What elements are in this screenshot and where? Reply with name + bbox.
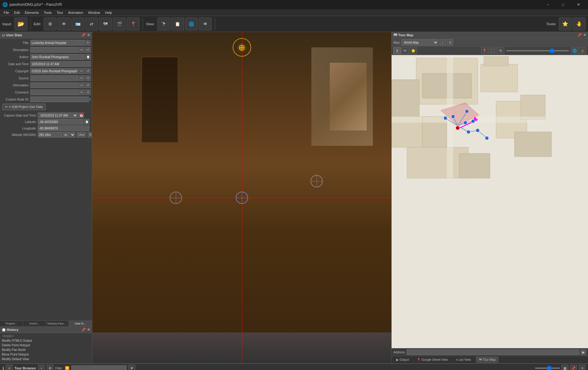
history-item-empty[interactable]: <empty> [1,334,91,338]
history-item-5[interactable]: Modify Default View [1,357,91,361]
edit-tool-4[interactable]: ⇄ [85,18,98,30]
author-copy-btn[interactable]: 📋 [85,54,91,60]
tab-output[interactable]: ▶ Output [393,357,412,363]
panel-pin-icon[interactable]: 📌 [81,33,86,37]
menu-elements[interactable]: Elements [22,10,41,15]
copyright-clear-btn[interactable]: ↺ [85,68,91,74]
map-icon-star[interactable]: ⭐ [409,47,417,54]
capture-calendar-btn[interactable]: 📅 [78,113,84,118]
map-icon-info[interactable]: ℹ [393,47,401,54]
altitude-unit-select[interactable]: m [63,132,75,137]
thumbnail-size-slider[interactable] [535,368,560,369]
tab-properties[interactable]: Propert... [0,321,23,326]
menu-help[interactable]: Help [103,10,115,15]
source-edit-btn[interactable]: ✏ [79,75,85,81]
altitude-input[interactable] [38,132,62,137]
edit-tool-5[interactable]: 🗺 [99,18,112,30]
copyright-edit-btn[interactable]: ✏ [79,68,85,74]
tour-browser-settings-btn[interactable]: ⚙ [47,365,53,370]
map-extra-btn[interactable]: ≡ [447,39,453,46]
edit-tool-7[interactable]: 📍 [127,18,140,30]
map-icon-globe[interactable]: 🌐 [571,47,578,54]
comment-clear-btn[interactable]: ↺ [85,90,91,95]
tab-overview[interactable]: Overvi... [23,321,46,326]
history-item-3[interactable]: Modify Pan North [1,348,91,352]
history-pin-icon[interactable]: 📌 [81,328,86,332]
tab-list-view[interactable]: ≡ List View [453,357,474,363]
menu-tools[interactable]: Tools [41,10,54,15]
map-icon-rotate[interactable]: ↻ [497,47,504,54]
close-button[interactable]: ✕ [571,0,586,9]
view-tool-4[interactable]: 👁 [199,18,212,30]
menu-file[interactable]: File [1,10,12,15]
edit-project-user-data-button[interactable]: ✏ ✏ Edit Project User Data [2,104,45,110]
tb-pin-btn[interactable]: 📌 [570,365,577,370]
information-clear-btn[interactable]: ↺ [85,82,91,88]
tour-browser-add-btn[interactable]: + [38,365,45,370]
edit-tool-6[interactable]: 🎬 [113,18,126,30]
author-input[interactable] [30,54,85,60]
menu-window[interactable]: Window [86,10,103,15]
map-icon-edit[interactable]: ✏ [401,47,409,54]
tb-close-btn[interactable]: ✕ [579,365,586,370]
edit-tool-2[interactable]: 👁 [57,18,70,30]
menu-tour[interactable]: Tour [54,10,65,15]
minimize-button[interactable]: − [541,0,555,9]
tools-btn-1[interactable]: ⭐ [559,18,572,30]
address-go-button[interactable]: ▶ [581,349,586,355]
history-close-icon[interactable]: ✕ [87,328,90,332]
map-select[interactable]: World Map Google Maps OpenStreetMap [401,39,438,46]
tools-btn-2[interactable]: 🤚 [573,18,586,30]
history-item-1[interactable]: Modify HTML5 Output [1,338,91,343]
altitude-clear-btn[interactable]: Clear [77,132,86,137]
tab-tour-map[interactable]: 🗺 Tour Map [476,357,499,363]
source-clear-btn[interactable]: ↺ [85,75,91,81]
copyright-input[interactable] [30,68,78,74]
description-clear-btn[interactable]: ↺ [85,47,91,53]
source-input[interactable] [30,75,78,81]
latitude-copy-btn[interactable]: 📋 [84,119,89,125]
information-edit-btn[interactable]: ✏ [79,82,85,88]
map-icon-warning[interactable]: ⚠ [579,47,586,54]
history-item-2[interactable]: Delete Point Hotspot [1,343,91,348]
input-folder-btn[interactable]: 📂 [14,18,27,30]
comment-input[interactable] [30,90,78,95]
center-viewer[interactable]: ⊕ [92,32,391,363]
edit-tool-3[interactable]: 🪪 [71,18,84,30]
maximize-button[interactable]: □ [556,0,570,9]
view-tool-1[interactable]: 🔭 [157,18,170,30]
altitude-btn-2[interactable]: ⚙ [88,132,92,137]
filter-input[interactable] [71,365,127,370]
tab-user-data[interactable]: User D... [69,321,92,326]
latitude-input[interactable] [38,119,83,125]
map-add-btn[interactable]: + [440,39,446,46]
comment-edit-btn[interactable]: ✏ [79,90,85,95]
title-input[interactable] [30,40,85,46]
filter-dropdown-btn[interactable]: ▼ [128,365,135,370]
title-clear-btn[interactable]: ✕ [85,40,91,46]
menu-animation[interactable]: Animation [66,10,86,15]
information-input[interactable] [30,82,78,88]
panel-close-icon[interactable]: ✕ [87,33,90,37]
node-id-info-icon[interactable]: ℹ [89,97,91,101]
edit-tool-1[interactable]: ⚙ [44,18,57,30]
tour-browser-menu-btn[interactable]: ≡ [6,365,13,370]
thumbnail-view-btn[interactable]: ▦ [562,365,568,370]
date-input[interactable] [30,61,91,67]
tour-map-pin-icon[interactable]: 📌 [577,33,582,37]
map-zoom-slider[interactable] [506,50,569,51]
menu-edit[interactable]: Edit [12,10,22,15]
node-id-input[interactable] [30,97,89,102]
view-tool-3[interactable]: 🌐 [185,18,198,30]
panorama-viewer[interactable]: ⊕ [92,32,391,363]
map-icon-pin-red[interactable]: 📍 [481,47,488,54]
address-input[interactable] [407,349,579,355]
description-edit-btn[interactable]: ✏ [79,47,85,53]
description-input[interactable] [30,47,78,53]
tab-google-street-view[interactable]: 📍 Google Street View [414,357,451,363]
capture-date-dropdown[interactable]: 10/5/2019 11:47 AM [38,113,78,118]
history-item-4[interactable]: Move Point Hotspot [1,352,91,357]
map-icon-expand[interactable]: ⛶ [489,47,496,54]
tour-map-close-icon[interactable]: ✕ [583,33,586,37]
longitude-input[interactable] [38,125,89,131]
